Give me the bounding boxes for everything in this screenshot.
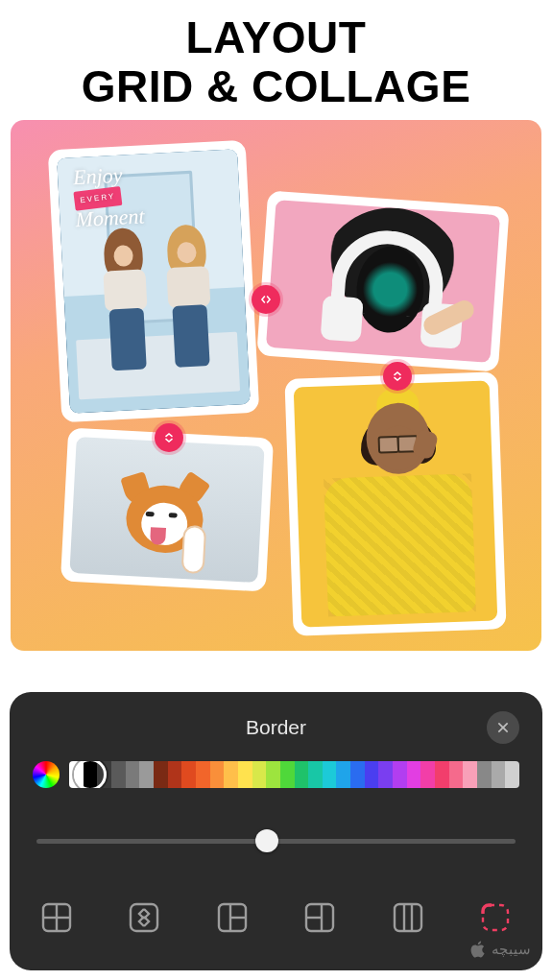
color-swatch[interactable]	[477, 761, 492, 788]
collage-frame-4[interactable]	[284, 371, 506, 636]
panel-title: Border	[246, 716, 306, 739]
color-swatch[interactable]	[449, 761, 464, 788]
color-swatch[interactable]	[252, 761, 267, 788]
color-swatch[interactable]	[463, 761, 477, 788]
color-swatch[interactable]	[238, 761, 252, 788]
color-swatch[interactable]	[154, 761, 168, 788]
color-swatch[interactable]	[111, 761, 126, 788]
sticker-text: Enjoy EVERY Moment	[73, 166, 145, 229]
color-swatch[interactable]	[505, 761, 519, 788]
color-swatch[interactable]	[420, 761, 435, 788]
border-panel: Border	[10, 692, 542, 970]
color-swatch[interactable]	[308, 761, 323, 788]
layout-spacing-icon[interactable]	[122, 896, 166, 940]
layout-tool-row	[31, 896, 521, 940]
border-width-slider[interactable]	[36, 826, 516, 855]
color-swatch[interactable]	[393, 761, 407, 788]
color-swatch[interactable]	[181, 761, 196, 788]
collage-frame-3[interactable]	[60, 428, 274, 592]
close-button[interactable]	[487, 711, 519, 744]
color-swatch[interactable]	[336, 761, 350, 788]
color-swatch[interactable]	[350, 761, 365, 788]
swap-handle-icon[interactable]	[383, 362, 412, 391]
layout-grid-icon[interactable]	[35, 896, 79, 940]
layout-border-icon[interactable]	[473, 896, 517, 940]
slider-thumb[interactable]	[255, 829, 278, 852]
color-swatch[interactable]	[196, 761, 210, 788]
collage-frame-2[interactable]	[256, 191, 509, 372]
selected-color-ring	[74, 761, 107, 788]
headline-line-1: LAYOUT	[0, 13, 552, 62]
swap-handle-icon[interactable]	[155, 423, 183, 452]
promo-headline: LAYOUT GRID & COLLAGE	[0, 0, 552, 120]
color-picker-wheel-icon[interactable]	[33, 761, 60, 788]
svg-rect-12	[395, 904, 421, 931]
layout-split-b-icon[interactable]	[298, 896, 342, 940]
color-swatch[interactable]	[492, 761, 506, 788]
color-swatch[interactable]	[139, 761, 154, 788]
color-swatch[interactable]	[295, 761, 309, 788]
color-swatch[interactable]	[365, 761, 379, 788]
headline-line-2: GRID & COLLAGE	[0, 62, 552, 111]
color-swatch[interactable]	[323, 761, 337, 788]
layout-split-a-icon[interactable]	[210, 896, 254, 940]
layout-split-c-icon[interactable]	[386, 896, 430, 940]
collage-frame-1[interactable]: Enjoy EVERY Moment	[48, 140, 260, 422]
color-swatch-strip[interactable]	[69, 761, 519, 788]
swap-handle-icon[interactable]	[252, 285, 280, 314]
svg-rect-15	[483, 905, 508, 930]
color-swatch[interactable]	[280, 761, 295, 788]
color-swatch[interactable]	[378, 761, 393, 788]
color-swatch[interactable]	[224, 761, 238, 788]
color-swatch[interactable]	[210, 761, 225, 788]
collage-canvas[interactable]: Enjoy EVERY Moment	[11, 120, 541, 651]
color-swatch[interactable]	[266, 761, 280, 788]
color-swatch[interactable]	[407, 761, 421, 788]
color-swatch[interactable]	[126, 761, 140, 788]
close-icon	[495, 720, 511, 735]
color-swatch[interactable]	[435, 761, 449, 788]
color-swatch[interactable]	[168, 761, 182, 788]
